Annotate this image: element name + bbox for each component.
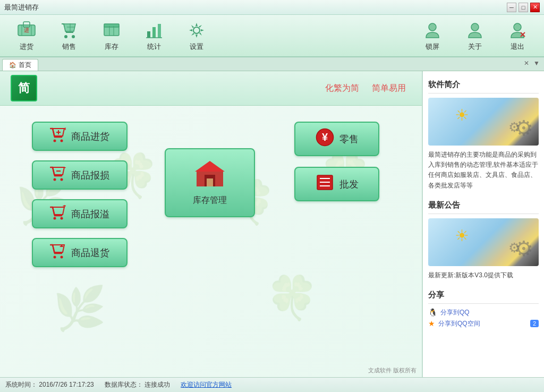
toolbar-exit[interactable]: 退出 [496,17,539,54]
inventory-label: 库存 [105,42,118,52]
toolbar-lockscreen[interactable]: 锁屏 [411,17,454,54]
svg-point-5 [64,35,67,38]
svg-text:进: 进 [24,27,29,33]
settings-label: 设置 [190,42,203,52]
tab-bar: 🏠 首页 ✕ ▼ [0,57,544,71]
sun-deco2: ☀ [455,226,469,245]
yen-icon: ¥ [316,128,334,150]
share-list: 🐧 分享到QQ ★ 分享到QQ空间 2 [428,308,539,328]
share-qq-label: 分享到QQ [440,308,470,317]
intro-image: ☀ ⚙ ⚙ [428,98,539,146]
retail-label: 零售 [339,133,359,146]
status-bar: 系统时间： 2016/7/26 17:17:23 数据库状态： 连接成功 欢迎访… [0,377,544,392]
main-area: 🌿 🍀 🍀 🍀 🌿 🍀 简 化繁为简 简单易用 [0,71,544,377]
minimize-button[interactable]: ─ [507,3,516,12]
svg-point-18 [429,23,436,31]
share-qq[interactable]: 🐧 分享到QQ [428,308,539,317]
wholesale-btn[interactable]: 批发 [294,167,379,201]
qq-icon: 🐧 [428,308,437,317]
gear-large2: ⚙ [514,236,533,261]
retail-btn[interactable]: ¥ 零售 [294,122,379,156]
official-website-link[interactable]: 欢迎访问官方网站 [181,380,232,389]
svg-text:+: + [63,205,66,210]
slogan2: 简单易用 [372,83,406,92]
sales-icon [58,20,80,41]
damage-goods-btn[interactable]: − 商品报损 [32,160,128,190]
warehouse-icon [194,160,226,195]
toolbar-sales[interactable]: 销售 [48,17,90,54]
svg-point-28 [54,178,56,181]
inventory-icon [101,20,122,41]
announcement-title: 最新公告 [428,197,539,214]
toolbar-stats[interactable]: 统计 [133,17,175,54]
about-label: 关于 [468,42,482,52]
svg-text:−: − [64,166,66,171]
exit-icon [507,20,528,41]
db-status: 连接成功 [144,381,170,388]
intro-title: 软件简介 [428,76,539,93]
svg-point-29 [61,178,63,181]
share-qzone-label: 分享到QQ空间 [438,319,480,328]
overflow-goods-label: 商品报溢 [71,208,109,220]
logo: 简 [11,75,37,101]
exit-label: 退出 [511,42,524,52]
cart-return-icon [50,244,66,262]
return-goods-label: 商品退货 [71,246,109,259]
svg-point-6 [72,35,75,38]
svg-point-33 [61,217,63,219]
tab-home[interactable]: 🏠 首页 [2,59,38,71]
stats-icon [143,20,165,41]
svg-point-19 [471,23,479,31]
right-side-buttons: ¥ 零售 批发 [294,122,379,201]
svg-point-17 [193,27,200,33]
content-area: 🌿 🍀 🍀 🍀 🌿 🍀 简 化繁为简 简单易用 [0,71,422,377]
share-qzone[interactable]: ★ 分享到QQ空间 2 [428,319,539,328]
lockscreen-label: 锁屏 [426,42,439,52]
gear-large: ⚙ [514,116,533,140]
time-label: 系统时间： 2016/7/26 17:17:23 [5,380,94,389]
cart-overflow-icon: + [50,205,66,223]
maximize-button[interactable]: □ [518,3,528,12]
overflow-goods-btn[interactable]: + 商品报溢 [32,199,128,228]
home-icon: 🏠 [9,62,16,69]
warehouse-btn[interactable]: 库存管理 [165,148,255,217]
time-label-text: 系统时间： [5,381,37,388]
sales-label: 销售 [62,42,76,52]
title-controls: ─ □ ✕ [507,3,540,12]
announcement-text: 最新更新:新版本V3.0提供下载 [428,270,539,280]
right-panel: 软件简介 ☀ ⚙ ⚙ 最简进销存的主要功能是商品的采购到入库到销售的动态管理,软… [422,71,544,377]
title-text: 最简进销存 [4,3,39,12]
db-label: 数据库状态： 连接成功 [105,380,170,389]
tab-close-btn[interactable]: ✕ [524,59,529,67]
purchase-label: 进货 [20,42,33,52]
svg-rect-14 [152,27,156,38]
svg-rect-13 [147,31,150,38]
toolbar-about[interactable]: 关于 [454,17,496,54]
announcement-image: ☀ ⚙ ⚙ [428,218,539,266]
toolbar-inventory[interactable]: 库存 [90,17,133,54]
svg-rect-10 [104,24,119,27]
title-bar: 最简进销存 ─ □ ✕ [0,0,544,15]
svg-point-36 [61,255,63,258]
damage-goods-label: 商品报损 [71,169,109,182]
svg-text:+: + [64,127,66,132]
svg-point-35 [54,255,56,258]
slogan1: 化繁为简 [325,83,359,92]
toolbar-settings[interactable]: 设置 [175,17,218,54]
close-button[interactable]: ✕ [530,3,540,12]
toolbar: 进 进货 销售 库存 [0,15,544,57]
sun-deco: ☀ [455,106,469,124]
toolbar-purchase[interactable]: 进 进货 [5,17,48,54]
tab-arrow[interactable]: ▼ [533,59,540,67]
stats-label: 统计 [147,42,161,52]
settings-icon [186,20,207,41]
warehouse-label: 库存管理 [193,195,227,206]
slogan: 化繁为简 简单易用 [314,83,406,94]
star-icon: ★ [428,319,435,328]
time-value: 2016/7/26 17:17:23 [39,381,94,388]
content-header: 简 化繁为简 简单易用 [0,71,422,106]
purchase-goods-btn[interactable]: + 商品进货 [32,122,128,151]
share-count: 2 [530,320,539,327]
tab-home-label: 首页 [19,61,31,70]
return-goods-btn[interactable]: 商品退货 [32,238,128,267]
